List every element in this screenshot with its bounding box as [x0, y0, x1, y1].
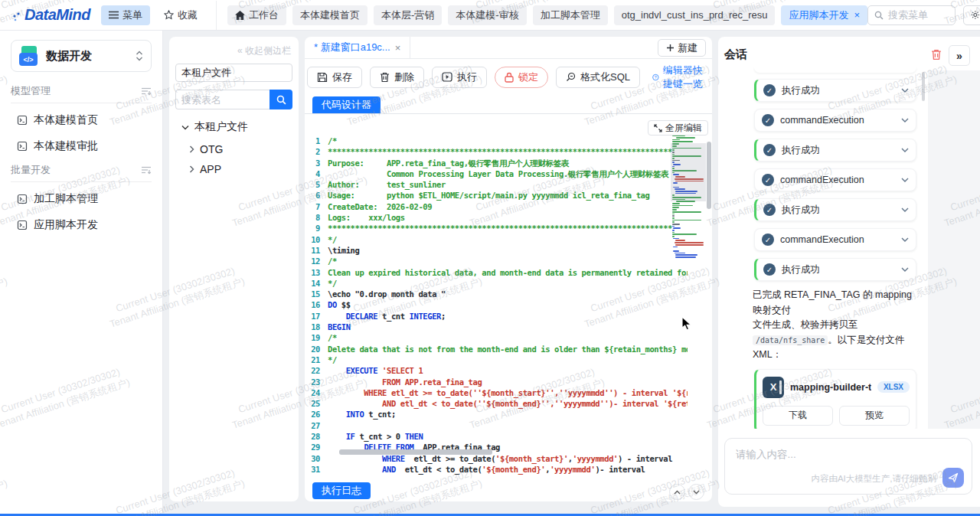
line-number: 28 — [305, 431, 328, 442]
code-token: Logs: xxx/logs — [328, 212, 405, 223]
chat-scrollbar[interactable] — [922, 72, 925, 101]
check-circle-icon: ✓ — [762, 174, 774, 186]
chat-status-card[interactable]: ✓commandExecution — [754, 109, 916, 132]
data-dev-icon: </> — [19, 46, 39, 66]
run-button[interactable]: 执行 — [432, 67, 487, 88]
code-designer-tab[interactable]: 代码设计器 — [312, 96, 381, 113]
clear-chat-button[interactable] — [931, 49, 942, 60]
sidebar-section-header: 批量开发 — [11, 163, 152, 177]
editor-tab-close-icon[interactable]: × — [395, 42, 401, 54]
menu-button[interactable]: 菜单 — [101, 5, 150, 25]
minimap-viewport[interactable] — [671, 143, 706, 201]
conversation-list[interactable]: ✓执行成功✓commandExecution✓执行成功✓commandExecu… — [746, 67, 928, 429]
table-search-button[interactable] — [270, 90, 292, 109]
send-button[interactable] — [942, 468, 964, 488]
chat-status-card[interactable]: ✓commandExecution — [754, 228, 916, 251]
workbench-tab[interactable]: 工作台 — [227, 5, 286, 25]
code-editor[interactable]: 全屏编辑 1/*2*******************************… — [305, 113, 712, 482]
chat-status-card[interactable]: ✓执行成功 — [754, 139, 916, 162]
tree-node-OTG[interactable]: OTG — [189, 143, 292, 155]
tree-node-label: OTG — [200, 143, 223, 155]
minimap-line — [672, 226, 675, 227]
collapse-chat-button[interactable]: » — [949, 45, 970, 66]
shortcuts-link[interactable]: ? 编辑器快捷键一览 — [652, 64, 712, 91]
tree-node-APP[interactable]: APP — [189, 163, 292, 175]
preview-button[interactable]: 预览 — [839, 406, 910, 426]
minimap[interactable] — [672, 131, 704, 260]
new-script-button[interactable]: 新建 — [658, 39, 706, 57]
workbench-label: 工作台 — [249, 8, 279, 22]
code-token: )- interval — [595, 464, 645, 475]
app-window: DataMind 菜单 收藏 工作台 本体建模首页本体层-营销本体建模-审核加工… — [0, 0, 980, 516]
vertical-scrollbar[interactable] — [707, 142, 711, 209]
nav-tab[interactable]: 本体建模首页 — [292, 5, 368, 25]
code-token: Common Processing Layer Data Processing.… — [328, 168, 668, 179]
script-icon — [17, 115, 28, 126]
code-token: $$ — [337, 299, 351, 310]
line-number: 12 — [305, 256, 328, 266]
settings-button[interactable]: 设置 — [963, 5, 980, 25]
table-search-input[interactable] — [175, 90, 270, 109]
check-circle-icon: ✓ — [763, 144, 776, 156]
code-token: CreateDate: 2026-02-09 — [328, 201, 432, 212]
scroll-down-button[interactable] — [688, 484, 704, 500]
code-token: AND etl_dt < to_date(''${month_end}'',''… — [328, 398, 688, 409]
script-icon — [17, 141, 28, 152]
sidebar-item-label: 本体建模审批 — [34, 139, 98, 153]
download-button[interactable]: 下载 — [763, 406, 833, 426]
code-line: 17 DECLARE t_cnt INTEGER; — [305, 311, 688, 322]
menu-search-input[interactable]: 搜索菜单 — [867, 5, 956, 25]
collapse-all-button[interactable] — [141, 87, 152, 96]
delete-button[interactable]: 删除 — [370, 67, 424, 88]
line-number: 26 — [305, 409, 328, 420]
product-switcher[interactable]: </> 数据开发 — [11, 40, 152, 72]
scroll-up-button[interactable] — [669, 484, 685, 500]
nav-tab[interactable]: 加工脚本管理 — [533, 5, 608, 25]
scrolled-card-edge — [754, 67, 916, 73]
execution-log-tab[interactable]: 执行日志 — [312, 482, 371, 499]
tab-close-icon[interactable]: × — [854, 9, 860, 21]
fullscreen-icon — [654, 124, 662, 132]
lock-button[interactable]: 锁定 — [495, 67, 548, 88]
sidebar-item-本体建模首页[interactable]: 本体建模首页 — [17, 111, 152, 129]
logo-dots-icon — [12, 8, 23, 23]
script-icon — [17, 220, 28, 230]
horizontal-scrollbar[interactable] — [339, 449, 492, 455]
editor-tab[interactable]: * 新建窗口a19c... × — [305, 37, 410, 58]
sidebar-item-加工脚本管理[interactable]: 加工脚本管理 — [17, 190, 152, 208]
line-number: 20 — [305, 344, 328, 354]
nav-tab[interactable]: 本体建模-审核 — [448, 5, 526, 25]
fullscreen-button[interactable]: 全屏编辑 — [648, 120, 708, 136]
nav-tab[interactable]: otg_indvl_cust_ins_prd_rec_resu — [614, 5, 776, 25]
line-number: 5 — [305, 179, 328, 190]
chat-status-card[interactable]: ✓commandExecution — [754, 168, 916, 191]
tree-root-node[interactable]: 本租户文件 — [181, 120, 292, 134]
chat-status-card[interactable]: ✓执行成功 — [754, 258, 916, 281]
tab-active[interactable]: 应用脚本开发 × — [781, 5, 867, 25]
chat-status-card[interactable]: ✓执行成功 — [754, 198, 916, 221]
sidebar-item-本体建模审批[interactable]: 本体建模审批 — [17, 137, 152, 155]
sidebar-item-应用脚本开发[interactable]: 应用脚本开发 — [17, 216, 152, 234]
code-token — [328, 431, 346, 442]
line-number: 13 — [305, 267, 328, 278]
chat-status-card[interactable]: ✓执行成功 — [754, 79, 916, 102]
tenant-scope-select[interactable]: 本租户文件 — [175, 64, 292, 82]
home-icon — [235, 11, 245, 20]
format-sql-button[interactable]: 格式化SQL — [556, 67, 640, 88]
save-button[interactable]: 保存 — [307, 67, 362, 88]
code-lines[interactable]: 1/*2************************************… — [305, 136, 688, 478]
code-line: 21*/ — [305, 354, 688, 365]
minimap-line — [673, 238, 679, 240]
chat-input-box[interactable]: 请输入内容... 内容由AI大模型生产,请仔细甄别 — [724, 438, 972, 495]
favorite-button[interactable]: 收藏 — [156, 5, 205, 25]
minimap-line — [672, 234, 697, 235]
message-line: 已完成 RETA_FINA_TAG 的 mapping 映射交付 — [753, 288, 920, 318]
line-number: 30 — [305, 453, 328, 464]
collapse-sidebar-button[interactable]: « 收起侧边栏 — [175, 44, 291, 57]
collapse-all-button[interactable] — [141, 166, 152, 175]
code-line: 12/* — [305, 256, 688, 266]
nav-tab[interactable]: 本体层-营销 — [374, 5, 442, 25]
code-token: DO — [328, 299, 337, 310]
code-line: 7CreateDate: 2026-02-09 — [305, 201, 688, 212]
ai-disclaimer: 内容由AI大模型生产,请仔细甄别 — [811, 473, 936, 485]
